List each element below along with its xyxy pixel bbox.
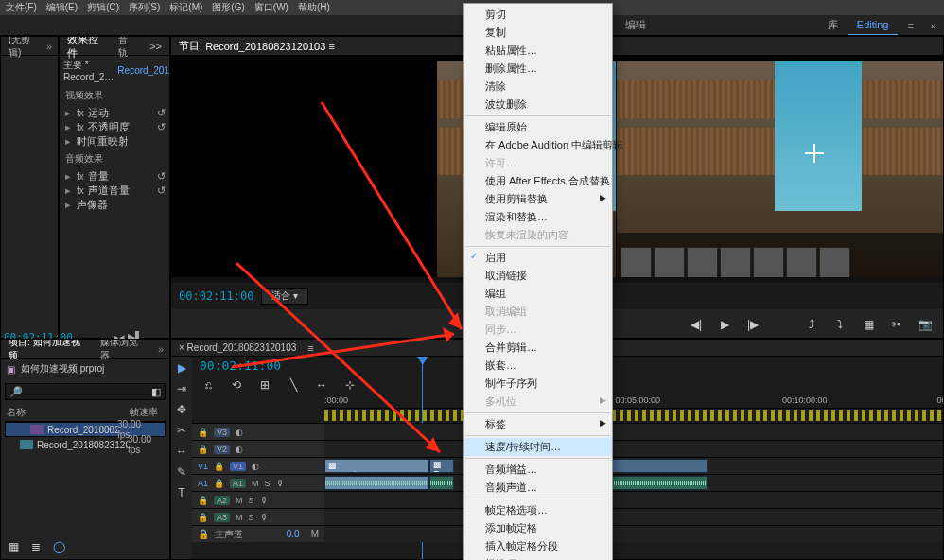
solo-icon[interactable]: S <box>265 479 271 488</box>
fx-row-motion[interactable]: ▸fx运动↺ <box>60 106 169 120</box>
nest-icon[interactable]: ⎌ <box>200 376 217 394</box>
timeline-clip-a1a[interactable] <box>324 476 429 490</box>
snap-icon[interactable]: ⟲ <box>228 376 245 394</box>
fx-clip-link[interactable]: Record_2018… <box>117 65 170 76</box>
project-tab[interactable]: 项目: 如何加速视频 <box>1 340 93 358</box>
col-name[interactable]: 名称 <box>5 404 128 421</box>
ctx-item[interactable]: 添加帧定格 <box>464 519 612 537</box>
reset-icon[interactable]: ↺ <box>157 121 166 133</box>
ctx-item[interactable]: 清除 <box>464 78 612 96</box>
ctx-item[interactable]: 编组 <box>464 285 612 303</box>
step-back-icon[interactable]: ◀| <box>688 316 705 333</box>
workspace-edit[interactable]: 编辑 <box>616 15 656 35</box>
list-view-icon[interactable]: ▦ <box>5 538 22 555</box>
ctx-item[interactable]: 制作子序列 <box>464 375 612 393</box>
fx-row-timeremap[interactable]: ▸时间重映射 <box>60 134 169 149</box>
filter-icon[interactable]: ◧ <box>151 386 161 398</box>
ctx-item[interactable]: 音频增益… <box>464 461 612 479</box>
program-fit-menu[interactable]: 适合 ▾ <box>261 288 308 305</box>
menu-marker[interactable]: 标记(M) <box>169 1 202 14</box>
ctx-item[interactable]: 插入帧定格分段 <box>464 537 612 555</box>
slip-tool-icon[interactable]: ↔ <box>174 444 189 459</box>
freeform-icon[interactable]: ◯ <box>50 538 67 555</box>
ctx-item[interactable]: 合并剪辑… <box>464 339 612 357</box>
ctx-item[interactable]: 粘贴属性… <box>464 42 612 60</box>
menu-clip[interactable]: 剪辑(C) <box>87 1 119 14</box>
ripple-tool-icon[interactable]: ✥ <box>174 402 189 417</box>
timeline-clip-v1b[interactable]: ▩ Rec <box>429 459 454 473</box>
type-tool-icon[interactable]: T <box>174 485 189 500</box>
solo-icon[interactable]: S <box>249 496 254 505</box>
step-fwd-icon[interactable]: |▶ <box>744 316 761 333</box>
mic-icon[interactable]: 🎙 <box>276 479 285 488</box>
ctx-item[interactable]: 波纹删除 <box>464 96 612 114</box>
lock-icon[interactable]: 🔒 <box>198 445 208 454</box>
ctx-item[interactable]: 删除属性… <box>464 60 612 78</box>
link-icon[interactable]: ⊞ <box>256 376 273 394</box>
mute-icon[interactable]: M <box>252 479 259 488</box>
lock-icon[interactable]: 🔒 <box>214 462 224 471</box>
lock-icon[interactable]: 🔒 <box>198 529 209 539</box>
clip-context-menu[interactable]: 剪切复制粘贴属性…删除属性…清除波纹删除编辑原始在 Adobe Audition… <box>463 3 613 560</box>
ctx-item[interactable]: 场选项… <box>464 555 612 560</box>
ctx-item[interactable]: 音频声道… <box>464 479 612 497</box>
timeline-clip-v1a[interactable]: ▩ Record_201808231201 <box>324 459 429 473</box>
ctx-item[interactable]: 标签▶ <box>464 415 612 433</box>
reset-icon[interactable]: ↺ <box>157 107 166 119</box>
lock-icon[interactable]: 🔒 <box>198 428 208 437</box>
fx-row-volume[interactable]: ▸fx音量↺ <box>60 169 169 184</box>
eye-icon[interactable]: ◐ <box>252 462 259 471</box>
meter-icon[interactable]: M <box>311 529 319 539</box>
timeline-ruler[interactable]: :00:00 00:05:00:00 00:10:00:00 00:15:00:… <box>324 395 943 409</box>
mic-icon[interactable]: 🎙 <box>260 496 269 505</box>
ctx-item[interactable]: 渲染和替换… <box>464 208 612 226</box>
menu-edit[interactable]: 编辑(E) <box>46 1 78 14</box>
panel-menu-icon[interactable]: ≡ <box>898 15 922 35</box>
solo-icon[interactable]: S <box>249 513 254 522</box>
search-input[interactable] <box>23 386 151 398</box>
mic-icon[interactable]: 🎙 <box>260 513 269 522</box>
track-select-tool-icon[interactable]: ⇥ <box>174 381 189 396</box>
export-frame-icon[interactable]: ▦ <box>860 316 877 333</box>
reset-icon[interactable]: ↺ <box>157 170 166 183</box>
project-overflow[interactable]: » <box>152 343 169 355</box>
program-timecode[interactable]: 00:02:11:00 <box>179 289 253 303</box>
ctx-item[interactable]: 复制 <box>464 24 612 42</box>
fx-row-channel-volume[interactable]: ▸fx声道音量↺ <box>60 184 169 198</box>
ctx-item[interactable]: 使用 After Effects 合成替换 <box>464 172 612 190</box>
ctx-item[interactable]: 在 Adobe Audition 中编辑剪辑 <box>464 136 612 154</box>
workspace-library[interactable]: 库 <box>818 15 848 35</box>
timeline-clip-a1b[interactable] <box>429 476 454 490</box>
icon-view-icon[interactable]: ≣ <box>27 538 44 555</box>
program-tab[interactable]: 节目: Record_20180823120103 ≡ <box>171 37 342 55</box>
ctx-item[interactable]: 使用剪辑替换▶ <box>464 190 612 208</box>
reset-icon[interactable]: ↺ <box>157 184 166 197</box>
selection-tool-icon[interactable]: ▶ <box>174 360 189 376</box>
timeline-timecode[interactable]: 00:02:11:00 <box>192 357 288 375</box>
menu-graphics[interactable]: 图形(G) <box>212 1 244 14</box>
ctx-item[interactable]: 速度/持续时间… <box>464 438 612 456</box>
mute-icon[interactable]: M <box>236 513 243 522</box>
menu-sequence[interactable]: 序列(S) <box>129 1 160 14</box>
lift-icon[interactable]: ⤴ <box>803 316 820 333</box>
ctx-item[interactable]: 取消链接 <box>464 267 612 285</box>
menu-help[interactable]: 帮助(H) <box>298 1 330 14</box>
project-row-clip[interactable]: Record_20180823120103.m 30.00 fps <box>5 437 166 452</box>
lock-icon[interactable]: 🔒 <box>198 513 208 522</box>
marker-icon[interactable]: ╲ <box>285 376 302 394</box>
eye-icon[interactable]: ◐ <box>236 445 243 454</box>
ctx-item[interactable]: 嵌套… <box>464 357 612 375</box>
fx-more-tabs[interactable]: >> <box>142 37 169 55</box>
play-icon[interactable]: ▶ <box>716 316 733 333</box>
lock-icon[interactable]: 🔒 <box>214 479 224 488</box>
fx-row-opacity[interactable]: ▸fx不透明度↺ <box>60 120 169 134</box>
comparison-icon[interactable]: ✂ <box>888 316 905 333</box>
fx-row-panner[interactable]: ▸声像器 <box>60 198 169 212</box>
timeline-tab[interactable]: × Record_20180823120103 <box>171 342 304 353</box>
source-overflow[interactable]: » <box>41 41 58 52</box>
workspace-editing[interactable]: Editing <box>848 15 899 35</box>
extract-icon[interactable]: ⤵ <box>831 316 848 333</box>
audio-mixer-tab[interactable]: 音轨 <box>111 37 142 55</box>
source-tab[interactable]: (无剪辑) <box>1 37 41 55</box>
snapshot-icon[interactable]: 📷 <box>917 316 934 333</box>
